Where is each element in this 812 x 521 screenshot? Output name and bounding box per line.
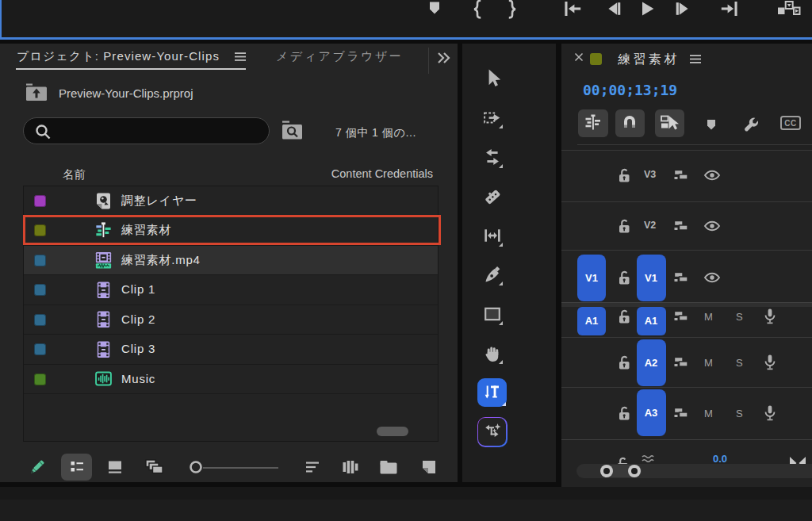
project-item-row[interactable]: 調整レイヤー	[24, 186, 438, 216]
sync-lock-icon[interactable]	[672, 307, 691, 326]
play-button[interactable]	[634, 0, 661, 21]
zoom-slider-button[interactable]	[185, 457, 207, 477]
mute-button[interactable]: M	[704, 311, 713, 323]
sync-lock-icon[interactable]	[672, 353, 691, 372]
search-input[interactable]	[23, 117, 270, 144]
lock-icon[interactable]	[614, 455, 631, 464]
mark-in-button[interactable]	[464, 0, 491, 21]
new-item-button[interactable]	[418, 457, 440, 477]
ripple-edit-tool-button[interactable]	[481, 146, 504, 169]
voiceover-record-icon[interactable]	[761, 307, 779, 326]
track-select-forward-tool-button[interactable]	[481, 106, 504, 129]
timeline-horizontal-scrollbar[interactable]	[576, 464, 812, 478]
list-view-button[interactable]	[61, 454, 92, 481]
mark-out-button[interactable]	[499, 0, 526, 21]
track-output-eye-icon[interactable]	[703, 216, 722, 236]
source-patch-a1[interactable]: A1	[577, 307, 606, 335]
project-item-row[interactable]: 練習素材	[24, 216, 438, 246]
panel-menu-icon[interactable]	[234, 52, 247, 62]
step-forward-button[interactable]	[669, 0, 696, 21]
column-header-credentials[interactable]: Content Credentials	[331, 167, 433, 180]
project-item-row[interactable]: Clip 2	[24, 305, 438, 335]
playhead-timecode[interactable]: 00;00;13;19	[583, 82, 677, 98]
label-color-chip[interactable]	[34, 224, 46, 236]
go-to-in-point-button[interactable]	[559, 0, 586, 21]
generative-extend-tool-button[interactable]	[477, 417, 508, 447]
project-item-row[interactable]: Music	[24, 365, 438, 395]
sync-lock-icon[interactable]	[672, 404, 691, 423]
zoom-handle-right[interactable]	[628, 465, 641, 477]
timeline-tab-title[interactable]: 練習素材	[618, 52, 680, 68]
source-patch-v1[interactable]: V1	[577, 255, 606, 301]
label-color-chip[interactable]	[34, 255, 46, 266]
close-panel-icon[interactable]	[574, 52, 584, 62]
razor-tool-button[interactable]	[481, 185, 504, 208]
fit-icon[interactable]	[788, 455, 807, 464]
project-item-row[interactable]: Clip 3	[24, 335, 438, 365]
horizontal-scrollbar-thumb[interactable]	[377, 427, 408, 436]
label-color-chip[interactable]	[34, 284, 46, 296]
zoom-handle-left[interactable]	[600, 465, 613, 477]
slip-tool-button[interactable]	[481, 224, 504, 247]
project-writable-button[interactable]	[25, 458, 48, 478]
master-gain-value[interactable]: 0.0	[713, 453, 727, 464]
track-target-a3[interactable]: A3	[637, 389, 666, 436]
voiceover-record-icon[interactable]	[761, 404, 779, 423]
solo-button[interactable]: S	[736, 408, 743, 419]
add-marker-button[interactable]	[421, 0, 448, 21]
lock-icon[interactable]	[615, 404, 633, 422]
track-output-eye-icon[interactable]	[703, 166, 722, 185]
lock-icon[interactable]	[615, 269, 633, 286]
sync-lock-icon[interactable]	[672, 216, 691, 236]
navigate-up-icon[interactable]	[25, 83, 48, 102]
track-label[interactable]: V2	[644, 220, 656, 231]
timeline-display-settings-button[interactable]	[741, 115, 761, 136]
nest-sequences-button[interactable]	[578, 109, 608, 138]
mute-button[interactable]: M	[704, 357, 713, 369]
project-file-name[interactable]: Preview-Your-Clips.prproj	[59, 86, 193, 100]
lock-icon[interactable]	[615, 354, 633, 371]
track-output-eye-icon[interactable]	[703, 268, 722, 287]
solo-button[interactable]: S	[736, 357, 743, 369]
export-frame-button[interactable]	[776, 0, 802, 21]
lock-icon[interactable]	[615, 167, 633, 184]
vertical-type-tool-button[interactable]	[477, 378, 507, 407]
project-item-row[interactable]: 練習素材.mp4	[24, 246, 438, 276]
panel-menu-icon[interactable]	[689, 54, 702, 64]
automate-to-sequence-button[interactable]	[339, 457, 362, 477]
label-color-chip[interactable]	[34, 343, 46, 355]
voiceover-record-icon[interactable]	[761, 353, 779, 372]
tab-media-browser[interactable]: メディアブラウザー	[276, 49, 403, 64]
sort-icons-button[interactable]	[301, 457, 324, 477]
new-bin-button[interactable]	[377, 457, 400, 477]
step-back-button[interactable]	[600, 0, 627, 21]
freeform-view-button[interactable]	[144, 457, 166, 477]
search-bin-icon[interactable]	[281, 121, 304, 140]
captions-icon[interactable]: CC	[780, 116, 801, 130]
go-to-out-point-button[interactable]	[716, 0, 743, 21]
add-marker-button[interactable]	[701, 115, 722, 136]
zoom-slider-track[interactable]	[203, 467, 278, 469]
lock-icon[interactable]	[615, 308, 633, 325]
hand-tool-button[interactable]	[481, 342, 504, 365]
label-color-chip[interactable]	[34, 195, 46, 207]
sync-lock-icon[interactable]	[672, 268, 691, 287]
label-color-chip[interactable]	[34, 314, 46, 326]
rectangle-tool-button[interactable]	[481, 303, 504, 326]
track-label[interactable]: V3	[644, 169, 656, 180]
selection-tool-button[interactable]	[481, 67, 504, 90]
icon-view-button[interactable]	[104, 457, 126, 477]
snap-button[interactable]	[615, 109, 645, 138]
sync-lock-icon[interactable]	[672, 166, 691, 185]
track-target-a1[interactable]: A1	[637, 307, 666, 335]
linked-selection-button[interactable]	[655, 109, 685, 138]
project-item-row[interactable]: Clip 1	[24, 275, 438, 305]
solo-button[interactable]: S	[736, 311, 743, 323]
column-header-name[interactable]: 名前	[63, 167, 86, 182]
lock-icon[interactable]	[615, 217, 633, 235]
track-target-v1[interactable]: V1	[637, 255, 666, 301]
pen-tool-button[interactable]	[481, 263, 504, 286]
tab-project[interactable]: プロジェクト: Preview-Your-Clips	[17, 49, 220, 64]
track-target-a2[interactable]: A2	[637, 339, 666, 386]
more-tabs-chevron[interactable]	[435, 52, 453, 64]
